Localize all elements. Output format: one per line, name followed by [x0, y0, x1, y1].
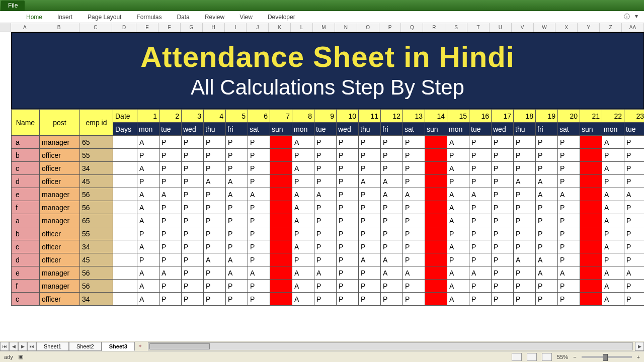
cell-empid[interactable]: 56	[80, 266, 113, 280]
cell-empid[interactable]: 45	[80, 253, 113, 266]
cell-post[interactable]: manager	[40, 214, 80, 227]
sheet-tab-3[interactable]: Sheet3	[102, 342, 135, 351]
cell-post[interactable]: officer	[40, 162, 80, 175]
cell-att[interactable]	[580, 188, 602, 201]
cell-att[interactable]: P	[469, 175, 492, 188]
cell-att[interactable]: P	[469, 162, 492, 175]
file-menu[interactable]: File	[1, 1, 25, 11]
table-row[interactable]: amanager65APPPPPAPPPPPAPPPPPAP	[12, 214, 645, 227]
cell-name[interactable]: c	[12, 162, 40, 175]
cell-att[interactable]	[113, 188, 137, 201]
cell-att[interactable]	[580, 293, 602, 306]
cell-att[interactable]: P	[359, 280, 381, 293]
cell-att[interactable]: P	[381, 136, 403, 149]
cell-att[interactable]: P	[447, 227, 469, 240]
cell-empid[interactable]: 34	[80, 240, 113, 253]
cell-att[interactable]: P	[558, 201, 580, 214]
cell-att[interactable]	[113, 149, 137, 162]
col-K[interactable]: K	[269, 23, 291, 32]
cell-att[interactable]: P	[159, 253, 182, 266]
cell-att[interactable]: P	[514, 240, 536, 253]
cell-att[interactable]: A	[314, 266, 337, 280]
col-E[interactable]: E	[136, 23, 158, 32]
cell-att[interactable]: P	[248, 227, 270, 240]
cell-att[interactable]: A	[292, 136, 314, 149]
cell-att[interactable]: P	[226, 162, 248, 175]
cell-att[interactable]: A	[292, 201, 314, 214]
last-sheet-button[interactable]: ⏭	[27, 342, 36, 351]
cell-att[interactable]: A	[602, 240, 624, 253]
cell-att[interactable]: A	[602, 162, 624, 175]
cell-att[interactable]: P	[558, 280, 580, 293]
tab-data[interactable]: Data	[176, 12, 190, 23]
cell-att[interactable]: A	[248, 188, 270, 201]
cell-att[interactable]: A	[292, 188, 314, 201]
cell-att[interactable]: P	[514, 293, 536, 306]
cell-att[interactable]: P	[624, 162, 645, 175]
cell-att[interactable]: P	[558, 293, 580, 306]
cell-att[interactable]: P	[226, 136, 248, 149]
cell-att[interactable]	[425, 162, 447, 175]
cell-att[interactable]: P	[447, 175, 469, 188]
cell-att[interactable]: P	[514, 280, 536, 293]
cell-att[interactable]: P	[248, 240, 270, 253]
cell-name[interactable]: c	[12, 240, 40, 253]
cell-att[interactable]: P	[182, 214, 204, 227]
cell-att[interactable]: P	[359, 201, 381, 214]
cell-att[interactable]: P	[469, 293, 492, 306]
cell-att[interactable]	[425, 149, 447, 162]
sheet-tab-2[interactable]: Sheet2	[69, 342, 102, 351]
cell-att[interactable]: P	[492, 149, 514, 162]
cell-att[interactable]: P	[381, 162, 403, 175]
cell-att[interactable]: P	[403, 136, 425, 149]
cell-att[interactable]: P	[137, 149, 159, 162]
col-L[interactable]: L	[291, 23, 313, 32]
cell-empid[interactable]: 55	[80, 149, 113, 162]
cell-att[interactable]: P	[292, 253, 314, 266]
col-C[interactable]: C	[79, 23, 113, 32]
cell-att[interactable]: P	[204, 227, 226, 240]
cell-att[interactable]: A	[403, 188, 425, 201]
cell-att[interactable]	[425, 240, 447, 253]
cell-att[interactable]: A	[447, 201, 469, 214]
cell-att[interactable]: A	[204, 253, 226, 266]
cell-att[interactable]: P	[558, 175, 580, 188]
cell-att[interactable]: P	[314, 214, 337, 227]
cell-att[interactable]: P	[359, 227, 381, 240]
cell-att[interactable]: P	[602, 149, 624, 162]
cell-att[interactable]: P	[624, 280, 645, 293]
cell-att[interactable]: P	[359, 266, 381, 280]
cell-att[interactable]	[580, 175, 602, 188]
zoom-in-button[interactable]: +	[637, 354, 640, 360]
page-layout-view-button[interactable]	[527, 353, 537, 361]
cell-att[interactable]	[270, 227, 292, 240]
cell-att[interactable]: P	[292, 227, 314, 240]
cell-att[interactable]: A	[536, 175, 558, 188]
cell-att[interactable]: P	[469, 240, 492, 253]
cell-att[interactable]: P	[403, 240, 425, 253]
cell-att[interactable]: A	[137, 266, 159, 280]
cell-att[interactable]: P	[514, 227, 536, 240]
cell-att[interactable]: P	[381, 227, 403, 240]
cell-att[interactable]: P	[403, 227, 425, 240]
cell-name[interactable]: e	[12, 266, 40, 280]
cell-att[interactable]	[270, 188, 292, 201]
cell-att[interactable]: P	[182, 175, 204, 188]
cell-att[interactable]: P	[359, 136, 381, 149]
cell-att[interactable]: A	[314, 188, 337, 201]
cell-att[interactable]: P	[337, 214, 359, 227]
cell-att[interactable]	[425, 188, 447, 201]
cell-att[interactable]: P	[558, 240, 580, 253]
cell-att[interactable]: P	[469, 280, 492, 293]
table-row[interactable]: fmanager56APPPPPAPPPPPAPPPPPAP	[12, 201, 645, 214]
cell-att[interactable]: P	[514, 214, 536, 227]
normal-view-button[interactable]	[512, 353, 522, 361]
cell-att[interactable]: P	[314, 253, 337, 266]
cell-att[interactable]: A	[536, 188, 558, 201]
tab-home[interactable]: Home	[25, 12, 43, 23]
cell-att[interactable]	[270, 162, 292, 175]
cell-empid[interactable]: 34	[80, 162, 113, 175]
table-row[interactable]: dofficer45PPPAAPPPPAAPPPPAAPPP	[12, 253, 645, 266]
cell-att[interactable]: P	[492, 162, 514, 175]
cell-att[interactable]: P	[337, 240, 359, 253]
